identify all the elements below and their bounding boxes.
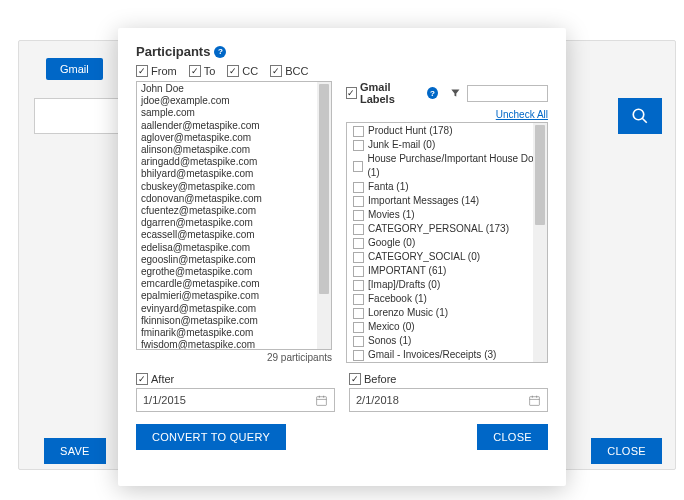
label-item[interactable]: Gmail - Invoices/Receipts (3)	[353, 348, 547, 362]
participant-item[interactable]: cfuentez@metaspike.com	[141, 205, 331, 217]
uncheck-all-link[interactable]: Uncheck All	[346, 109, 548, 120]
participant-item[interactable]: dgarren@metaspike.com	[141, 217, 331, 229]
label-item[interactable]: Google (0)	[353, 236, 547, 250]
participant-item[interactable]: cdonovan@metaspike.com	[141, 193, 331, 205]
label-text: CATEGORY_SOCIAL (0)	[368, 250, 480, 264]
label-text: Junk E-mail (0)	[368, 138, 435, 152]
label-checkbox[interactable]	[353, 126, 364, 137]
label-item[interactable]: Product Hunt (178)	[353, 124, 547, 138]
label-item[interactable]: TestWithSlash/Hohoh (0)	[353, 362, 547, 363]
to-checkbox[interactable]: ✓To	[189, 65, 216, 77]
after-checkbox[interactable]: ✓After	[136, 373, 174, 385]
participant-item[interactable]: egooslin@metaspike.com	[141, 254, 331, 266]
participant-item[interactable]: egrothe@metaspike.com	[141, 266, 331, 278]
participant-item[interactable]: emcardle@metaspike.com	[141, 278, 331, 290]
convert-to-query-button[interactable]: CONVERT TO QUERY	[136, 424, 286, 450]
label-item[interactable]: House Purchase/Important House Docs (1)	[353, 152, 547, 180]
labels-listbox[interactable]: Product Hunt (178)Junk E-mail (0)House P…	[346, 122, 548, 363]
label-checkbox[interactable]	[353, 280, 364, 291]
search-button[interactable]	[618, 98, 662, 134]
label-item[interactable]: Junk E-mail (0)	[353, 138, 547, 152]
label-item[interactable]: [Imap]/Drafts (0)	[353, 278, 547, 292]
label-checkbox[interactable]	[353, 196, 364, 207]
label-item[interactable]: Facebook (1)	[353, 292, 547, 306]
participant-item[interactable]: edelisa@metaspike.com	[141, 242, 331, 254]
label-item[interactable]: Fanta (1)	[353, 180, 547, 194]
participant-item[interactable]: evinyard@metaspike.com	[141, 303, 331, 315]
label-text: House Purchase/Important House Docs (1)	[367, 152, 547, 180]
participant-item[interactable]: epalmieri@metaspike.com	[141, 290, 331, 302]
label-text: Gmail - Invoices/Receipts (3)	[368, 348, 496, 362]
svg-rect-6	[530, 396, 540, 405]
label-checkbox[interactable]	[353, 266, 364, 277]
label-checkbox[interactable]	[353, 140, 364, 151]
tab-gmail[interactable]: Gmail	[46, 58, 103, 80]
label-checkbox[interactable]	[353, 210, 364, 221]
participant-item[interactable]: fminarik@metaspike.com	[141, 327, 331, 339]
label-checkbox[interactable]	[353, 294, 364, 305]
label-checkbox[interactable]	[353, 238, 364, 249]
from-checkbox[interactable]: ✓From	[136, 65, 177, 77]
scrollbar[interactable]	[533, 123, 547, 362]
participant-item[interactable]: John Doe	[141, 83, 331, 95]
label-checkbox[interactable]	[353, 161, 363, 172]
label-text: [Imap]/Drafts (0)	[368, 278, 440, 292]
participant-item[interactable]: fwisdom@metaspike.com	[141, 339, 331, 350]
participant-item[interactable]: fkinnison@metaspike.com	[141, 315, 331, 327]
svg-rect-2	[317, 396, 327, 405]
label-text: Google (0)	[368, 236, 415, 250]
label-item[interactable]: IMPORTANT (61)	[353, 264, 547, 278]
label-checkbox[interactable]	[353, 308, 364, 319]
label-item[interactable]: Important Messages (14)	[353, 194, 547, 208]
label-filter-input[interactable]	[467, 85, 548, 102]
label-text: Fanta (1)	[368, 180, 409, 194]
participant-item[interactable]: aallender@metaspike.com	[141, 120, 331, 132]
scrollbar-thumb[interactable]	[319, 84, 329, 294]
participant-item[interactable]: aringadd@metaspike.com	[141, 156, 331, 168]
scrollbar-thumb[interactable]	[535, 125, 545, 225]
info-icon[interactable]: ?	[214, 46, 226, 58]
participant-item[interactable]: bhilyard@metaspike.com	[141, 168, 331, 180]
label-text: Facebook (1)	[368, 292, 427, 306]
participant-item[interactable]: ecassell@metaspike.com	[141, 229, 331, 241]
label-item[interactable]: CATEGORY_SOCIAL (0)	[353, 250, 547, 264]
label-checkbox[interactable]	[353, 182, 364, 193]
label-item[interactable]: CATEGORY_PERSONAL (173)	[353, 222, 547, 236]
participant-item[interactable]: jdoe@example.com	[141, 95, 331, 107]
label-text: Sonos (1)	[368, 334, 411, 348]
close-button-bg[interactable]: CLOSE	[591, 438, 662, 464]
label-item[interactable]: Sonos (1)	[353, 334, 547, 348]
after-date-input[interactable]: 1/1/2015	[136, 388, 335, 412]
label-text: Movies (1)	[368, 208, 415, 222]
label-item[interactable]: Lorenzo Music (1)	[353, 306, 547, 320]
label-checkbox[interactable]	[353, 336, 364, 347]
label-checkbox[interactable]	[353, 252, 364, 263]
close-button[interactable]: CLOSE	[477, 424, 548, 450]
before-date-input[interactable]: 2/1/2018	[349, 388, 548, 412]
scrollbar[interactable]	[317, 82, 331, 349]
calendar-icon	[528, 394, 541, 407]
search-icon	[631, 107, 649, 125]
filter-modal: Participants ? ✓From ✓To ✓CC ✓BCC John D…	[118, 28, 566, 486]
participant-item[interactable]: alinson@metaspike.com	[141, 144, 331, 156]
cc-checkbox[interactable]: ✓CC	[227, 65, 258, 77]
participants-listbox[interactable]: John Doejdoe@example.comsample.comaallen…	[136, 81, 332, 350]
gmail-labels-checkbox[interactable]: ✓Gmail Labels	[346, 81, 421, 105]
participant-item[interactable]: cbuskey@metaspike.com	[141, 181, 331, 193]
label-item[interactable]: Movies (1)	[353, 208, 547, 222]
filter-icon[interactable]	[450, 87, 461, 99]
label-text: CATEGORY_PERSONAL (173)	[368, 222, 509, 236]
calendar-icon	[315, 394, 328, 407]
bcc-checkbox[interactable]: ✓BCC	[270, 65, 308, 77]
label-item[interactable]: Mexico (0)	[353, 320, 547, 334]
participant-item[interactable]: sample.com	[141, 107, 331, 119]
label-checkbox[interactable]	[353, 350, 364, 361]
before-checkbox[interactable]: ✓Before	[349, 373, 396, 385]
label-checkbox[interactable]	[353, 322, 364, 333]
info-icon[interactable]: ?	[427, 87, 438, 99]
label-text: Lorenzo Music (1)	[368, 306, 448, 320]
save-button[interactable]: SAVE	[44, 438, 106, 464]
label-text: Important Messages (14)	[368, 194, 479, 208]
participant-item[interactable]: aglover@metaspike.com	[141, 132, 331, 144]
label-checkbox[interactable]	[353, 224, 364, 235]
